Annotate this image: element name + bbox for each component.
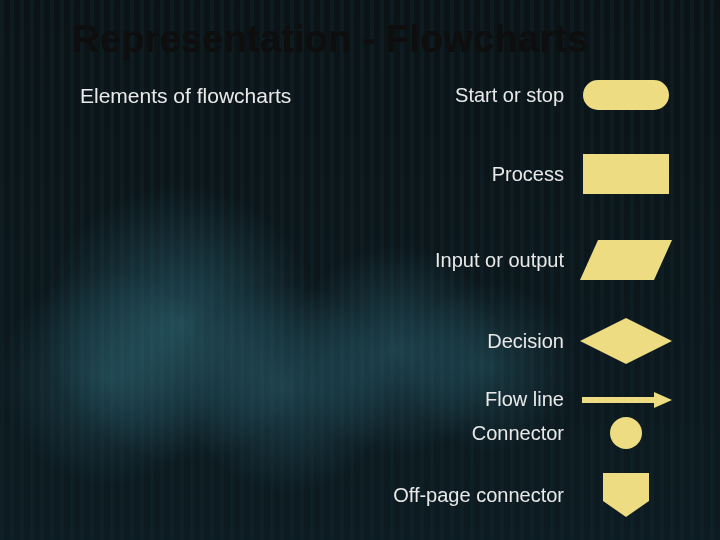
legend-item-terminal: Start or stop <box>284 80 674 110</box>
legend-item-io: Input or output <box>284 238 674 282</box>
legend-list: Start or stop Process Input or output De… <box>284 72 674 519</box>
legend-item-offpage: Off-page connector <box>284 471 674 519</box>
legend-item-process: Process <box>284 154 674 194</box>
legend-item-connector: Connector <box>284 417 674 449</box>
legend-label: Connector <box>472 422 564 445</box>
process-icon <box>578 154 674 194</box>
svg-marker-3 <box>654 392 672 408</box>
legend-label: Input or output <box>435 249 564 272</box>
svg-marker-0 <box>580 240 672 280</box>
legend-item-decision: Decision <box>284 316 674 366</box>
arrow-icon <box>578 391 674 409</box>
svg-marker-1 <box>580 318 672 364</box>
legend-label: Decision <box>487 330 564 353</box>
legend-label: Flow line <box>485 388 564 411</box>
legend-label: Start or stop <box>455 84 564 107</box>
terminal-icon <box>578 80 674 110</box>
circle-icon <box>578 417 674 449</box>
diamond-icon <box>578 316 674 366</box>
offpage-icon <box>578 471 674 519</box>
legend-label: Off-page connector <box>393 484 564 507</box>
parallelogram-icon <box>578 238 674 282</box>
svg-marker-4 <box>603 473 649 517</box>
legend-item-flowline: Flow line <box>284 388 674 411</box>
legend-label: Process <box>492 163 564 186</box>
slide-subtitle: Elements of flowcharts <box>80 84 291 108</box>
slide-title: Representation - Flowcharts <box>72 18 588 61</box>
